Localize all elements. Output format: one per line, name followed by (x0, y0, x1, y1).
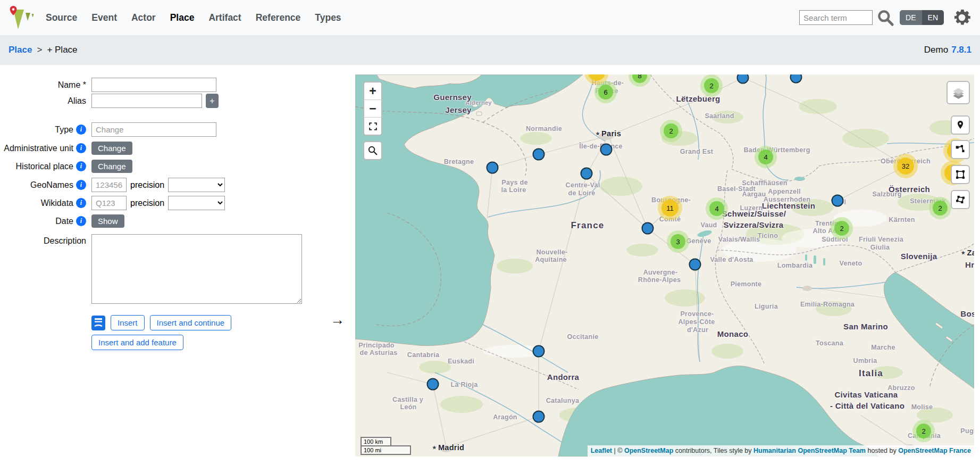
map-scale-control: 100 km 100 mi (361, 437, 411, 455)
nav-item-types[interactable]: Types (315, 12, 341, 23)
admin-unit-change-button[interactable]: Change (91, 142, 132, 155)
lang-de-button[interactable]: DE (900, 10, 922, 25)
layers-button[interactable] (947, 81, 970, 104)
search-input[interactable] (799, 10, 873, 25)
geonames-precision-select[interactable] (168, 178, 225, 192)
map-marker[interactable] (533, 345, 545, 358)
date-label: Date (55, 217, 73, 226)
nav-item-actor[interactable]: Actor (131, 12, 156, 23)
attribution-link[interactable]: Leaflet (591, 447, 612, 454)
map-marker[interactable] (790, 74, 802, 84)
search-icon[interactable] (877, 9, 894, 27)
map-marker[interactable] (487, 162, 499, 174)
type-info-icon[interactable]: i (76, 125, 86, 135)
nav-menu: SourceEventActorPlaceArtifactReferenceTy… (46, 12, 341, 23)
version-link[interactable]: 7.8.1 (951, 45, 971, 55)
cluster-count (588, 74, 605, 81)
cluster-count: 2 (704, 78, 719, 93)
map-cluster[interactable]: 3 (667, 230, 689, 253)
map-cluster[interactable]: 4 (706, 197, 728, 220)
zoom-out-button[interactable]: − (364, 100, 381, 117)
attribution-link[interactable]: Humanitarian OpenStreetMap Team (753, 447, 866, 454)
add-alias-button[interactable]: + (206, 94, 219, 108)
map-marker[interactable] (533, 148, 545, 161)
wikidata-precision-select[interactable] (168, 196, 225, 210)
map-marker[interactable] (689, 259, 701, 271)
nav-item-source[interactable]: Source (46, 12, 77, 23)
cluster-count: 4 (709, 201, 724, 216)
map-marker[interactable] (832, 195, 844, 207)
geonames-input[interactable] (91, 178, 127, 192)
wikidata-info-icon[interactable]: i (76, 198, 86, 208)
map-marker[interactable] (533, 411, 545, 423)
map-marker[interactable] (642, 222, 654, 235)
map-cluster[interactable]: 2 (912, 420, 935, 442)
map-cluster[interactable]: 2 (700, 74, 723, 97)
historical-place-label: Historical place (16, 162, 73, 171)
insert-and-continue-button[interactable]: Insert and continue (150, 315, 232, 330)
map-cluster[interactable]: 11 (658, 196, 682, 220)
demo-label: Demo (924, 45, 948, 55)
map-cluster[interactable]: 8 (629, 74, 651, 87)
alias-input[interactable] (91, 94, 202, 108)
gear-icon[interactable] (951, 7, 973, 28)
admin-unit-info-icon[interactable]: i (76, 143, 86, 153)
draw-polyline-button[interactable] (951, 140, 970, 159)
cluster-count: 2 (933, 201, 948, 216)
map-cluster[interactable]: 2 (831, 217, 853, 239)
cluster-count: 11 (661, 200, 679, 217)
nav-item-event[interactable]: Event (91, 12, 117, 23)
description-textarea[interactable] (91, 234, 302, 304)
date-show-button[interactable]: Show (91, 214, 124, 228)
wikidata-precision-label: precision (130, 198, 164, 208)
insert-and-add-feature-button[interactable]: Insert and add feature (91, 335, 183, 350)
attribution-text: hosted by (866, 447, 898, 454)
cluster-count: 2 (834, 221, 849, 236)
map-cluster[interactable]: 32 (893, 154, 918, 178)
map-marker[interactable] (737, 74, 749, 84)
historical-place-change-button[interactable]: Change (91, 160, 132, 173)
historical-place-info-icon[interactable]: i (76, 161, 86, 171)
attribution-text: | © (612, 447, 624, 454)
nav-item-artifact[interactable]: Artifact (208, 12, 241, 23)
map-scale-km: 100 km (361, 437, 391, 445)
draw-rectangle-button[interactable] (951, 165, 970, 184)
map-cluster[interactable]: 2 (929, 197, 951, 219)
breadcrumb-bar: Place > + Place Demo 7.8.1 (0, 35, 980, 65)
wikidata-label: Wikidata (41, 198, 73, 208)
map-cluster[interactable]: 4 (755, 146, 777, 168)
wikidata-input[interactable] (91, 196, 127, 210)
breadcrumb-separator: > (37, 45, 42, 55)
map-marker[interactable] (427, 378, 439, 391)
lang-en-button[interactable]: EN (922, 10, 944, 25)
map-search-button[interactable] (363, 141, 382, 160)
description-label: Description (44, 236, 86, 246)
geonames-precision-label: precision (130, 180, 164, 190)
alias-label: Alias (68, 96, 86, 106)
breadcrumb-place-link[interactable]: Place (9, 45, 32, 55)
geonames-info-icon[interactable]: i (76, 180, 86, 190)
manual-book-icon[interactable] (91, 316, 105, 330)
attribution-link[interactable]: OpenStreetMap (624, 447, 673, 454)
map-cluster[interactable]: 2 (660, 120, 682, 142)
zoom-in-button[interactable]: + (364, 82, 381, 100)
map-attribution: Leaflet | © OpenStreetMap contributors, … (588, 445, 974, 457)
insert-button[interactable]: Insert (111, 315, 145, 330)
cluster-count: 8 (632, 74, 647, 83)
collapse-arrow-icon[interactable]: → (330, 312, 345, 328)
cluster-count: 2 (664, 123, 679, 138)
nav-item-place[interactable]: Place (170, 12, 195, 23)
name-input[interactable] (91, 78, 216, 92)
map[interactable]: AlderneyGuernseyJerseyNormandieParisÎle-… (355, 74, 974, 457)
map-marker[interactable] (600, 144, 613, 156)
openatlas-logo-icon[interactable] (7, 5, 34, 30)
map-marker[interactable] (581, 168, 593, 180)
fullscreen-button[interactable] (364, 117, 381, 135)
type-input[interactable] (91, 122, 216, 137)
attribution-link[interactable]: OpenStreetMap France (898, 447, 971, 454)
draw-marker-button[interactable] (951, 115, 970, 135)
draw-polygon-button[interactable] (951, 190, 970, 209)
date-info-icon[interactable]: i (76, 216, 86, 226)
nav-item-reference[interactable]: Reference (256, 12, 301, 23)
breadcrumb-current: + Place (47, 45, 77, 55)
